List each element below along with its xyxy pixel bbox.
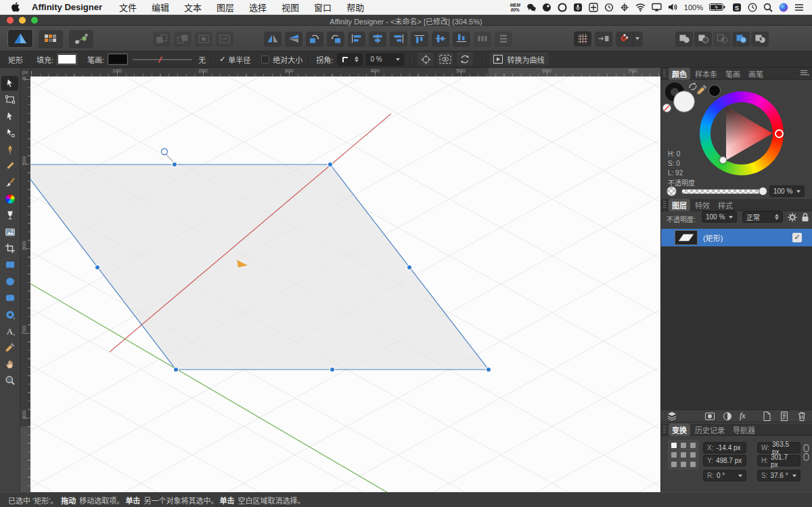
panel-drag-handle[interactable]: [663, 70, 666, 77]
list-icon[interactable]: [794, 3, 804, 12]
opacity-swatch[interactable]: [667, 186, 677, 196]
transform-h-field[interactable]: H: 301.7 px: [757, 455, 800, 466]
menu-item-3[interactable]: 文本: [177, 1, 209, 14]
gear-icon[interactable]: [787, 212, 798, 224]
corner-stepper-icon[interactable]: [355, 56, 359, 62]
blend-mode-select[interactable]: 正常: [742, 211, 783, 223]
ruler-horizontal[interactable]: 100200300400500600700: [30, 68, 660, 76]
tab-history[interactable]: 历史记录: [692, 424, 728, 436]
tab-color[interactable]: 颜色: [669, 68, 690, 80]
dropdown-arrow-icon[interactable]: [633, 31, 641, 46]
pen-tool[interactable]: [1, 142, 18, 157]
anchor-top-left[interactable]: [671, 443, 677, 448]
corner-radius-select[interactable]: 0 %: [366, 53, 404, 66]
anchor-middle-right[interactable]: [690, 452, 696, 458]
flip-horizontal-button[interactable]: [264, 31, 281, 46]
rotation-handle[interactable]: [162, 149, 168, 155]
panel-drag-handle[interactable]: [663, 201, 666, 208]
stroke-width-slider[interactable]: [133, 59, 192, 60]
boolean-subtract-button[interactable]: [694, 31, 712, 46]
node-handle[interactable]: [330, 367, 334, 372]
menu-item-1[interactable]: 文件: [112, 1, 144, 14]
text-tool[interactable]: A: [1, 324, 18, 338]
tab-swatches[interactable]: 样本条: [692, 68, 721, 80]
insert-inside-button[interactable]: [195, 31, 212, 46]
convert-to-curves-button[interactable]: 转换为曲线: [490, 53, 549, 66]
clock-icon[interactable]: [748, 3, 757, 12]
rotate-cw-button[interactable]: [327, 31, 344, 46]
anchor-point-selector[interactable]: [668, 440, 699, 470]
ruler-vertical[interactable]: 400500600700800: [20, 76, 30, 492]
opacity-value-select[interactable]: 100 %: [769, 185, 805, 197]
brush-tool[interactable]: [1, 175, 18, 190]
distribute-h-button[interactable]: [474, 31, 491, 46]
transform-x-field[interactable]: X: -14.4 px: [703, 442, 746, 454]
trash-icon[interactable]: [796, 411, 807, 422]
align-top-button[interactable]: [411, 31, 428, 46]
wifi-icon[interactable]: [635, 3, 646, 12]
node-handle[interactable]: [328, 162, 332, 167]
hue-selector[interactable]: [775, 129, 784, 138]
app-menu[interactable]: Affinity Designer: [32, 2, 102, 12]
place-image-tool[interactable]: [1, 225, 18, 240]
node-handle[interactable]: [407, 265, 411, 269]
absolute-size-checkbox[interactable]: [261, 56, 269, 64]
transform-w-field[interactable]: W: 363.5 px: [757, 442, 800, 454]
wechat-icon[interactable]: [526, 3, 536, 12]
tab-styles[interactable]: 样式: [715, 199, 736, 211]
menu-item-5[interactable]: 选择: [242, 1, 274, 14]
magnet-button[interactable]: [616, 31, 643, 46]
selection-tool[interactable]: [1, 109, 18, 124]
crop-tool[interactable]: [1, 241, 18, 256]
transparency-tool[interactable]: [1, 208, 18, 223]
align-bottom-button[interactable]: [453, 31, 470, 46]
boolean-divide-button[interactable]: [732, 31, 750, 46]
ruler-unit[interactable]: px: [20, 68, 30, 76]
snippet-icon[interactable]: [779, 411, 790, 422]
boolean-xor-button[interactable]: [751, 31, 769, 46]
insert-behind-button[interactable]: [153, 31, 171, 46]
fill-color-swatch[interactable]: [58, 54, 76, 64]
anchor-top-center[interactable]: [681, 443, 686, 448]
export-persona-button[interactable]: [69, 30, 93, 47]
show-rotation-center-button[interactable]: [418, 53, 434, 66]
notes-app-icon[interactable]: [542, 3, 551, 12]
anchor-center[interactable]: [681, 452, 686, 458]
crosshair-icon[interactable]: [620, 3, 629, 12]
tab-effects[interactable]: 特效: [692, 199, 713, 211]
transform-r-select[interactable]: R: 0 °: [703, 470, 746, 481]
layers-stack-icon[interactable]: [667, 411, 677, 422]
layers-opacity-select[interactable]: 100 %: [702, 211, 737, 223]
rectangle-tool[interactable]: [1, 257, 18, 272]
boolean-intersect-button[interactable]: [713, 31, 731, 46]
tab-transform[interactable]: 变换: [669, 424, 690, 436]
single-radius-checkbox-label[interactable]: 单半径: [228, 54, 250, 65]
pixel-persona-button[interactable]: [39, 30, 63, 47]
node-handle[interactable]: [172, 162, 177, 167]
hand-tool[interactable]: [1, 357, 18, 372]
node-handle[interactable]: [486, 367, 491, 372]
color-picker-tool[interactable]: [1, 340, 18, 355]
vector-persona-button[interactable]: [8, 30, 32, 47]
checkmark-icon[interactable]: ✓: [219, 55, 225, 64]
eyedropper-icon[interactable]: [696, 84, 708, 97]
anchor-top-right[interactable]: [690, 443, 696, 448]
mic-app-icon[interactable]: [573, 3, 583, 12]
layer-row[interactable]: (矩形) ✓: [661, 229, 812, 246]
mem-indicator[interactable]: MEM80%: [510, 3, 520, 12]
menu-item-2[interactable]: 编辑: [144, 1, 177, 14]
panel-menu-icon[interactable]: [800, 70, 809, 78]
reset-selection-box-button[interactable]: [457, 53, 473, 66]
color-tool[interactable]: [1, 192, 18, 206]
battery-icon[interactable]: [709, 3, 726, 12]
transform-y-field[interactable]: Y: 498.7 px: [703, 455, 746, 466]
fx-icon[interactable]: fx: [740, 411, 746, 421]
zoom-tool[interactable]: [1, 373, 18, 388]
anchor-bottom-center[interactable]: [681, 462, 686, 467]
new-layer-icon[interactable]: [761, 411, 772, 422]
airplay-icon[interactable]: [652, 3, 662, 12]
battery-percent[interactable]: 100%: [684, 3, 703, 12]
adobe-cc-icon[interactable]: [558, 3, 567, 12]
s-app-icon[interactable]: S: [732, 3, 742, 12]
insert-top-button[interactable]: [174, 31, 191, 46]
